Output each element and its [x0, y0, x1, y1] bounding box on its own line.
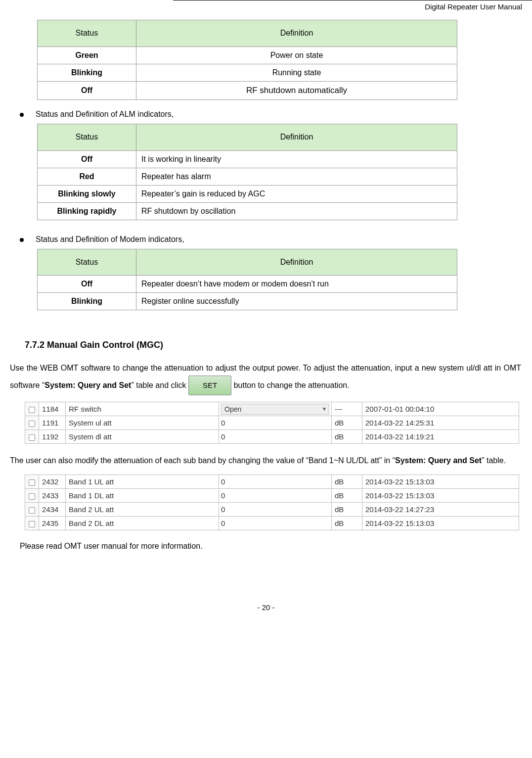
section-heading: 7.7.2 Manual Gain Control (MGC) — [25, 340, 522, 350]
cell-definition: Register online successfully — [136, 293, 457, 310]
checkbox-icon — [29, 434, 35, 441]
row-checkbox[interactable] — [25, 402, 39, 416]
cell-value[interactable]: 0 — [219, 503, 332, 517]
cell-date: 2014-03-22 15:13:03 — [362, 489, 519, 503]
cell-date: 2007-01-01 00:04:10 — [362, 402, 519, 416]
cell-unit: dB — [332, 517, 362, 530]
cell-value[interactable]: 0 — [219, 430, 332, 444]
bullet-alm: Status and Definition of ALM indicators, — [20, 110, 522, 119]
para-bold: System: Query and Set — [395, 456, 482, 465]
col-header-definition: Definition — [136, 124, 457, 150]
cell-definition: It is working in linearity — [136, 150, 457, 168]
cell-status: Green — [38, 47, 136, 64]
bullet-text: Status and Definition of ALM indicators, — [36, 110, 174, 119]
chevron-down-icon: ▼ — [322, 406, 327, 412]
row-checkbox[interactable] — [25, 475, 39, 489]
cell-id: 1192 — [39, 430, 66, 444]
bullet-icon — [20, 113, 24, 117]
cell-date: 2014-03-22 14:27:23 — [362, 503, 519, 517]
omt-table-system: 1184 RF switch Open ▼ --- 2007-01-01 00:… — [25, 402, 519, 444]
cell-unit: dB — [332, 475, 362, 489]
checkbox-icon — [29, 479, 35, 486]
doc-header-title: Digital Repeater User Manual — [0, 2, 522, 11]
row-checkbox[interactable] — [25, 517, 39, 530]
cell-definition: RF shutdown automatically — [136, 81, 457, 99]
row-checkbox[interactable] — [25, 430, 39, 444]
para-text: ” table. — [482, 456, 506, 465]
cell-name: Band 2 UL att — [66, 503, 219, 517]
cell-definition: Repeater has alarm — [136, 168, 457, 185]
cell-id: 2433 — [39, 489, 66, 503]
bullet-text: Status and Definition of Modem indicator… — [36, 235, 184, 244]
row-checkbox[interactable] — [25, 489, 39, 503]
para-mgc-1: Use the WEB OMT software to change the a… — [10, 360, 521, 396]
cell-name: Band 2 DL att — [66, 517, 219, 530]
bullet-icon — [20, 238, 24, 242]
checkbox-icon — [29, 521, 35, 527]
dropdown-value: Open — [224, 405, 241, 413]
cell-value[interactable]: 0 — [219, 475, 332, 489]
status-table-power: Status Definition Green Power on state B… — [37, 20, 457, 100]
table-row: Off Repeater doesn’t have modem or modem… — [38, 276, 457, 293]
cell-date: 2014-03-22 14:19:21 — [362, 430, 519, 444]
cell-status: Blinking rapidly — [38, 202, 136, 220]
row-checkbox[interactable] — [25, 503, 39, 517]
cell-unit: dB — [332, 503, 362, 517]
para-mgc-2: The user can also modify the attenuation… — [10, 453, 521, 469]
cell-id: 1184 — [39, 402, 66, 416]
cell-definition: RF shutdown by oscillation — [136, 202, 457, 220]
cell-name: System ul att — [66, 416, 219, 430]
table-row: Blinking slowly Repeater’s gain is reduc… — [38, 185, 457, 202]
status-table-modem: Status Definition Off Repeater doesn’t h… — [37, 249, 457, 311]
page-number: - 20 - — [10, 603, 522, 612]
row-checkbox[interactable] — [25, 416, 39, 430]
table-row: Blinking rapidly RF shutdown by oscillat… — [38, 202, 457, 220]
table-row: Red Repeater has alarm — [38, 168, 457, 185]
table-row: 1192 System dl att 0 dB 2014-03-22 14:19… — [25, 430, 519, 444]
cell-definition: Running state — [136, 64, 457, 81]
cell-unit: dB — [332, 430, 362, 444]
table-row: Blinking Running state — [38, 64, 457, 81]
omt-table-band: 2432 Band 1 UL att 0 dB 2014-03-22 15:13… — [25, 474, 519, 530]
para-text: ” table and click — [131, 381, 188, 390]
checkbox-icon — [29, 493, 35, 500]
table-row: Green Power on state — [38, 47, 457, 64]
table-row: 1184 RF switch Open ▼ --- 2007-01-01 00:… — [25, 402, 519, 416]
table-row: 2433 Band 1 DL att 0 dB 2014-03-22 15:13… — [25, 489, 519, 503]
cell-name: Band 1 UL att — [66, 475, 219, 489]
status-table-alm: Status Definition Off It is working in l… — [37, 124, 457, 220]
cell-status: Blinking — [38, 64, 136, 81]
cell-name: RF switch — [66, 402, 219, 416]
table-row: Blinking Register online successfully — [38, 293, 457, 310]
cell-name: Band 1 DL att — [66, 489, 219, 503]
cell-status: Off — [38, 81, 136, 99]
bullet-modem: Status and Definition of Modem indicator… — [20, 235, 522, 244]
cell-definition: Repeater doesn’t have modem or modem doe… — [136, 276, 457, 293]
cell-status: Blinking — [38, 293, 136, 310]
col-header-status: Status — [38, 20, 136, 47]
cell-definition: Power on state — [136, 47, 457, 64]
cell-value[interactable]: 0 — [219, 517, 332, 530]
value-dropdown[interactable]: Open ▼ — [221, 404, 329, 415]
col-header-status: Status — [38, 124, 136, 150]
cell-value[interactable]: Open ▼ — [219, 402, 332, 416]
cell-value[interactable]: 0 — [219, 489, 332, 503]
cell-date: 2014-03-22 14:25:31 — [362, 416, 519, 430]
checkbox-icon — [29, 421, 35, 427]
col-header-definition: Definition — [136, 249, 457, 276]
cell-date: 2014-03-22 15:13:03 — [362, 517, 519, 530]
cell-unit: dB — [332, 416, 362, 430]
cell-status: Blinking slowly — [38, 185, 136, 202]
table-row: 2434 Band 2 UL att 0 dB 2014-03-22 14:27… — [25, 503, 519, 517]
cell-status: Red — [38, 168, 136, 185]
table-row: Off It is working in linearity — [38, 150, 457, 168]
note-text: Please read OMT user manual for more inf… — [20, 539, 522, 554]
cell-status: Off — [38, 150, 136, 168]
cell-definition: Repeater’s gain is reduced by AGC — [136, 185, 457, 202]
set-button[interactable]: SET — [188, 376, 231, 395]
cell-value[interactable]: 0 — [219, 416, 332, 430]
checkbox-icon — [29, 507, 35, 514]
checkbox-icon — [29, 407, 35, 413]
table-row: 2435 Band 2 DL att 0 dB 2014-03-22 15:13… — [25, 517, 519, 530]
col-header-definition: Definition — [136, 20, 457, 47]
